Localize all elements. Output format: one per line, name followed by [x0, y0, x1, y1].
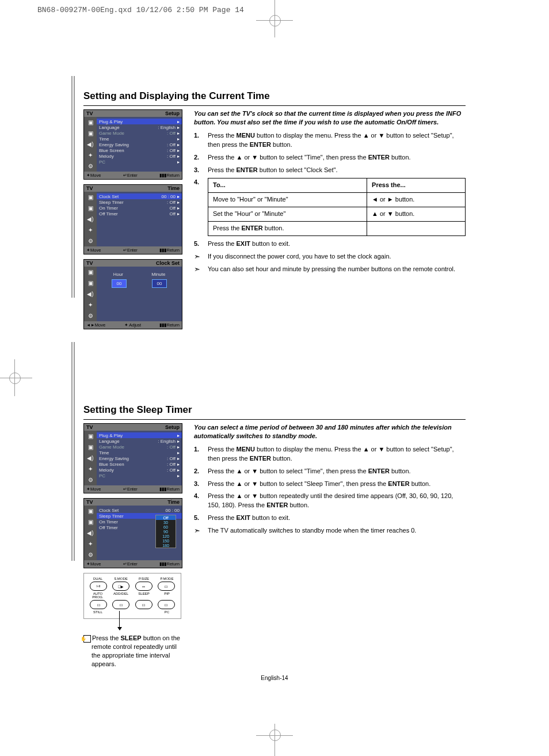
s2-step-3: Press the ▲ or ▼ button to select "Sleep…	[208, 480, 466, 489]
note-2: You can also set hour and minute by pres…	[208, 265, 466, 273]
step-1: Press the MENU button to display the men…	[208, 131, 466, 150]
remote-icon: ✋	[83, 635, 91, 643]
page-number: English-14	[0, 675, 549, 681]
section2-intro: You can select a time period of between …	[194, 423, 466, 440]
s2-step-2: Press the ▲ or ▼ button to select "Time"…	[208, 467, 466, 476]
note-1: If you disconnect the power cord, you ha…	[208, 252, 466, 261]
note-icon: ➣	[194, 252, 208, 261]
section1-title: Setting and Displaying the Current Time	[83, 90, 466, 102]
remote-caption: ✋Press the SLEEP button on the remote co…	[83, 634, 187, 668]
s2-step-4: Press the ▲ or ▼ button repeatedly until…	[208, 492, 466, 510]
note-icon: ➣	[194, 526, 208, 535]
s2-step-1: Press the MENU button to display the men…	[208, 445, 466, 464]
instruction-table: To...Press the... Move to "Hour" or "Min…	[208, 178, 466, 236]
s2-step-5: Press the EXIT button to exit.	[208, 514, 466, 523]
menu-panel-setup-2: TVSetup ▣▣◀)✦⚙ Plug & Play▸ Language: En…	[83, 423, 182, 493]
step-4-table: To...Press the... Move to "Hour" or "Min…	[208, 178, 466, 236]
sleep-timer-dropdown: Off 30 60 90 120 150 180	[155, 515, 176, 548]
menu-panel-setup: TVSetup ▣▣◀)✦⚙ Plug & Play▸ Language: En…	[83, 109, 182, 180]
note-icon: ➣	[194, 265, 208, 273]
menu-panel-time-2: TVTime ▣▣◀)✦⚙ Clock Set00 : 00 Sleep Tim…	[83, 498, 182, 568]
step-3: Press the ENTER button to select "Clock …	[208, 166, 466, 175]
step-5: Press the EXIT button to exit.	[208, 240, 466, 249]
section2-title: Setting the Sleep Timer	[83, 404, 466, 416]
s2-note-1: The TV automatically switches to standby…	[208, 526, 466, 535]
step-2: Press the ▲ or ▼ button to select "Time"…	[208, 153, 466, 162]
section1-intro: You can set the TV's clock so that the c…	[194, 109, 466, 127]
menu-panel-time: TVTime ▣▣◀)✦⚙ Clock Set00 : 00▸ Sleep Ti…	[83, 184, 182, 254]
remote-diagram: DUAL S.MODE P.SIZE P.MODE I-II ❑▶ ⇔ ⊡ AU…	[83, 573, 181, 619]
menu-panel-clockset: TVClock Set ▣▣◀)✦⚙ HourMinute 0000 ◄►Mov…	[83, 259, 182, 329]
